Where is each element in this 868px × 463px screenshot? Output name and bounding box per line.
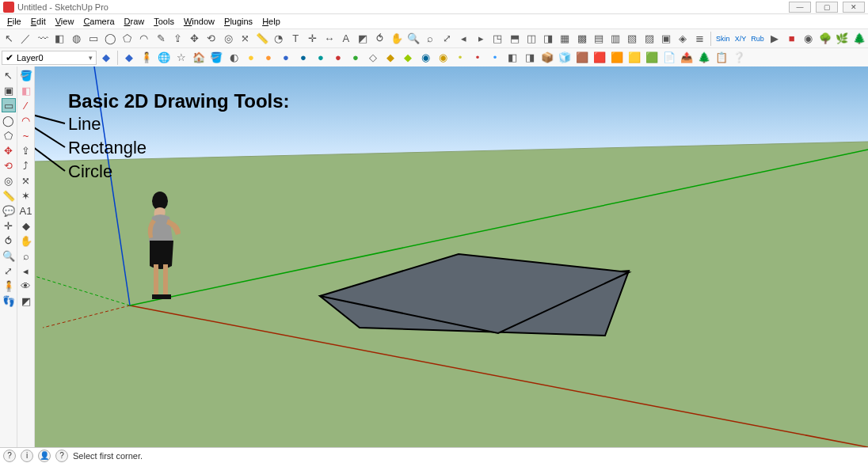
- status-info-icon[interactable]: i: [21, 450, 33, 462]
- small-dot3[interactable]: •: [487, 50, 503, 66]
- rectangle-tool[interactable]: ▭: [2, 98, 16, 112]
- axes-tool[interactable]: ✛: [2, 218, 16, 233]
- eraser-icon[interactable]: ◧: [52, 31, 67, 47]
- paint-icon[interactable]: ◍: [69, 31, 84, 47]
- style4-icon[interactable]: ▥: [608, 31, 623, 47]
- globe-icon[interactable]: 🌐: [156, 50, 172, 66]
- ball-red[interactable]: ●: [330, 50, 346, 66]
- small-dot1[interactable]: •: [452, 50, 468, 66]
- section-icon[interactable]: ◩: [356, 31, 371, 47]
- freehand-icon[interactable]: ✎: [153, 31, 168, 47]
- status-geo-icon[interactable]: ?: [55, 450, 68, 462]
- offset-tool[interactable]: ◎: [2, 173, 16, 188]
- poly-icon[interactable]: ⬠: [120, 31, 135, 47]
- tape-icon[interactable]: 📏: [254, 31, 269, 47]
- move-tool[interactable]: ✥: [2, 143, 16, 157]
- shadow-icon[interactable]: ◐: [226, 50, 242, 66]
- top-icon[interactable]: ⬒: [507, 31, 522, 47]
- prev-icon[interactable]: ◂: [456, 31, 471, 47]
- style2-icon[interactable]: ▩: [574, 31, 589, 47]
- protractor-icon[interactable]: ◔: [271, 31, 286, 47]
- arc-icon[interactable]: ◠: [136, 31, 151, 47]
- small-dot2[interactable]: •: [470, 50, 485, 66]
- plugin2-icon[interactable]: ◆: [400, 50, 416, 66]
- toggle2-icon[interactable]: ◨: [522, 50, 538, 66]
- toggle1-icon[interactable]: ◧: [504, 50, 520, 66]
- position-cam[interactable]: 🧍: [2, 279, 16, 293]
- star-icon[interactable]: ☆: [173, 50, 189, 66]
- layer-color-btn[interactable]: ◆: [98, 50, 114, 66]
- protractor-tool[interactable]: ✶: [19, 188, 33, 203]
- dim-icon[interactable]: ↔: [322, 31, 337, 47]
- box1-icon[interactable]: 📦: [539, 50, 555, 66]
- offset-icon[interactable]: ◎: [220, 31, 235, 47]
- tree2-icon[interactable]: 🌲: [851, 31, 866, 47]
- export-icon[interactable]: 📤: [679, 50, 695, 66]
- select-tool[interactable]: ↖: [2, 68, 16, 82]
- plugin4-icon[interactable]: ◉: [435, 50, 451, 66]
- prev-view[interactable]: ◂: [19, 264, 33, 278]
- skin-label[interactable]: Skin: [714, 35, 732, 43]
- play-icon[interactable]: ▶: [767, 31, 782, 47]
- style6-icon[interactable]: ▨: [641, 31, 657, 47]
- rect-icon[interactable]: ▭: [86, 31, 101, 47]
- scale-icon[interactable]: ⤧: [238, 31, 253, 47]
- model-viewport[interactable]: Basic 2D Drawing Tools: Line Rectangle C…: [35, 66, 868, 447]
- style3-icon[interactable]: ▤: [591, 31, 606, 47]
- section-tool[interactable]: ◩: [19, 294, 33, 308]
- dim-tool[interactable]: A1: [19, 203, 33, 218]
- zoomwin-tool[interactable]: ⌕: [19, 249, 33, 263]
- render2-icon[interactable]: 🟥: [592, 50, 607, 66]
- status-user-icon[interactable]: 👤: [38, 450, 51, 462]
- next-icon[interactable]: ▸: [473, 31, 488, 47]
- front-icon[interactable]: ◫: [523, 31, 539, 47]
- arc-tool[interactable]: ◠: [19, 113, 33, 127]
- lookaround[interactable]: 👁: [19, 279, 33, 293]
- menu-tools[interactable]: Tools: [150, 16, 178, 27]
- side-icon[interactable]: ◨: [541, 31, 556, 47]
- record-icon[interactable]: ◉: [801, 31, 816, 47]
- move-icon[interactable]: ✥: [187, 31, 202, 47]
- circle-tool[interactable]: ◯: [2, 113, 16, 127]
- rotate-tool[interactable]: ⟲: [2, 158, 16, 173]
- menu-draw[interactable]: Draw: [120, 16, 149, 27]
- 3dtext-tool[interactable]: ◆: [19, 218, 33, 233]
- close-button[interactable]: ✕: [843, 2, 865, 13]
- render4-icon[interactable]: 🟨: [626, 50, 642, 66]
- box2-icon[interactable]: 🧊: [557, 50, 573, 66]
- zoomext-icon[interactable]: ⤢: [440, 31, 455, 47]
- style8-icon[interactable]: ◈: [676, 31, 691, 47]
- render1-icon[interactable]: 🟫: [574, 50, 590, 66]
- maximize-button[interactable]: ▢: [816, 2, 838, 13]
- zoomwin-icon[interactable]: ⌕: [423, 31, 438, 47]
- pushpull-tool[interactable]: ⇪: [19, 143, 33, 157]
- orbit-icon[interactable]: ⥀: [372, 31, 387, 47]
- style7-icon[interactable]: ▣: [658, 31, 673, 47]
- minimize-button[interactable]: —: [789, 2, 811, 13]
- zoom-tool[interactable]: 🔍: [2, 249, 16, 263]
- doc-icon[interactable]: 📄: [661, 50, 677, 66]
- pan-icon[interactable]: ✋: [389, 31, 404, 47]
- ball-teal[interactable]: ●: [313, 50, 329, 66]
- render3-icon[interactable]: 🟧: [609, 50, 625, 66]
- line-icon[interactable]: ／: [18, 31, 33, 47]
- xy-label[interactable]: X/Y: [733, 35, 748, 43]
- layer-color-icon[interactable]: ◆: [121, 50, 137, 66]
- grass-icon[interactable]: 🌿: [835, 31, 850, 47]
- layers-icon[interactable]: ≣: [692, 31, 707, 47]
- zoom-icon[interactable]: 🔍: [405, 31, 421, 47]
- status-help-icon[interactable]: ?: [3, 450, 16, 462]
- rotate-icon[interactable]: ⟲: [204, 31, 219, 47]
- pan-tool[interactable]: ✋: [19, 233, 33, 248]
- render5-icon[interactable]: 🟩: [644, 50, 660, 66]
- menu-view[interactable]: View: [51, 16, 78, 27]
- menu-help[interactable]: Help: [258, 16, 284, 27]
- pushpull-icon[interactable]: ⇪: [170, 31, 185, 47]
- ball-blue[interactable]: ●: [278, 50, 294, 66]
- polygon-tool[interactable]: ⬠: [2, 128, 16, 142]
- axes-icon[interactable]: ✛: [305, 31, 320, 47]
- page-icon[interactable]: 📋: [714, 50, 729, 66]
- zoomext-tool[interactable]: ⤢: [2, 264, 16, 278]
- eraser-tool[interactable]: ◧: [19, 83, 33, 97]
- geo-person-icon[interactable]: 🧍: [139, 50, 154, 66]
